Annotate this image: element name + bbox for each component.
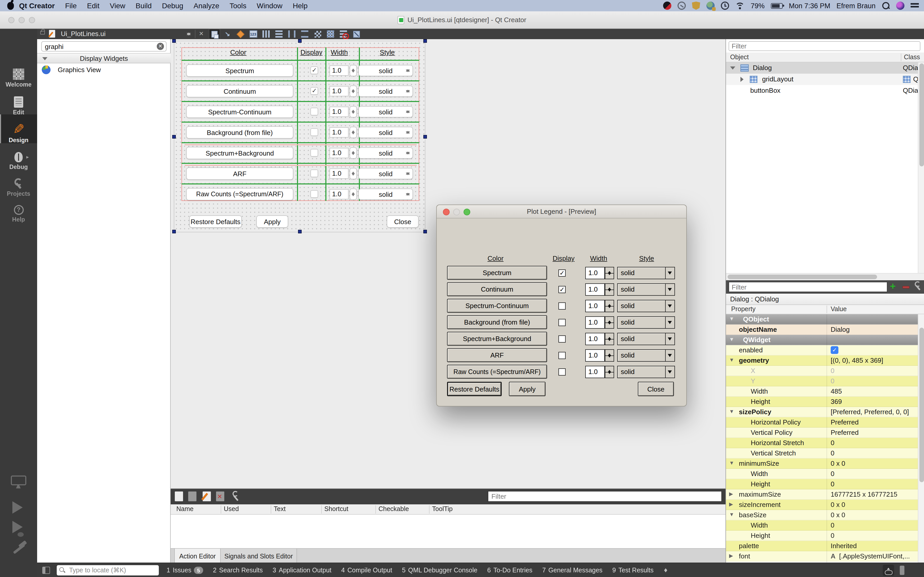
style-combobox[interactable]: solid [359,85,413,97]
selection-handle[interactable] [298,39,302,43]
layout-vertical-tool[interactable] [274,29,284,39]
widget-section-header[interactable]: Display Widgets [37,53,171,63]
property-column-header[interactable]: Property [731,306,756,313]
add-property-icon[interactable]: + [890,281,896,292]
color-button[interactable]: ARF [447,348,547,362]
combo-dropdown-icon[interactable] [665,317,674,328]
output-pane-toggle-icon[interactable] [883,565,894,576]
lock-icon[interactable] [40,31,45,34]
display-checkbox[interactable]: ✓ [559,269,565,277]
property-group-row[interactable]: ▼QObject [726,314,924,324]
width-stepper[interactable] [605,267,614,279]
menu-debug[interactable]: Debug [157,2,189,10]
selection-handle[interactable] [172,135,176,139]
selection-handle[interactable] [423,39,427,43]
notification-center-icon[interactable] [911,2,919,10]
layout-horizontal-tool[interactable] [261,29,271,39]
new-action-icon[interactable] [175,492,183,501]
mode-design[interactable]: ✎ Design [0,114,37,143]
spotlight-icon[interactable] [882,2,890,10]
object-row-gridlayout[interactable]: gridLayout Q [726,74,924,85]
sophos-icon[interactable] [663,2,671,10]
object-row-dialog[interactable]: Dialog QDialo [726,62,924,74]
wifi-icon[interactable] [735,2,745,9]
class-column-header[interactable]: Class [904,53,920,61]
property-filter-input[interactable] [729,282,887,292]
style-combobox[interactable]: solid [359,189,413,200]
menu-help[interactable]: Help [288,2,313,10]
style-combobox[interactable]: solid [359,106,413,118]
property-row[interactable]: ▼baseSize0 x 0 [726,510,924,521]
width-stepper[interactable] [350,127,357,138]
color-button[interactable]: Raw Counts (=Spectrum/ARF) [186,188,293,200]
width-stepper[interactable] [350,85,357,97]
property-row[interactable]: Horizontal Stretch0 [726,438,924,448]
edit-buddies-tool[interactable] [235,29,246,39]
property-row[interactable]: Vertical Stretch0 [726,448,924,459]
menu-tools[interactable]: Tools [224,2,251,10]
display-checkbox[interactable]: ✓ [310,87,318,95]
object-tree-scrollbar[interactable] [918,62,924,273]
time-machine-icon[interactable] [721,2,729,10]
selection-handle[interactable] [172,39,176,43]
width-spinbox[interactable]: 1.0 [585,333,605,345]
property-row[interactable]: ▶sizeIncrement0 x 0 [726,500,924,510]
menu-build[interactable]: Build [131,2,157,10]
style-combobox[interactable]: solid [617,333,675,345]
tab-action-editor[interactable]: Action Editor [174,549,221,564]
object-tree-hscrollbar[interactable] [726,273,924,280]
tab-signals-slots-editor[interactable]: Signals and Slots Editor [221,549,297,564]
menu-file[interactable]: File [60,2,82,10]
menu-clock[interactable]: Mon 7:36 PM [789,2,830,10]
keychain-icon[interactable] [677,2,686,10]
layout-splitter-horizontal-tool[interactable]: ↔ [287,29,297,39]
width-spinbox[interactable]: 1.0 [585,300,605,312]
color-button[interactable]: Background (from file) [447,315,547,329]
preview-zoom-button[interactable] [464,209,470,215]
property-row[interactable]: ▶fontA[.AppleSystemUIFont,... [726,551,924,562]
color-button[interactable]: Spectrum+Background [186,147,293,159]
document-tab-title[interactable]: Ui_PlotLines.ui [61,30,105,38]
kit-selector-icon[interactable] [11,475,26,485]
property-group-row[interactable]: ▼QWidget [726,335,924,345]
mode-help[interactable]: ? Help [0,196,37,222]
property-row[interactable]: Width0 [726,521,924,530]
adjust-size-tool[interactable] [351,29,362,39]
delete-action-icon[interactable]: ✕ [216,492,224,501]
selection-handle[interactable] [172,230,176,234]
preview-minimize-button[interactable] [453,209,460,215]
display-checkbox[interactable]: ✓ [559,335,565,343]
output-pane-application-output[interactable]: 3Application Output [273,567,331,574]
apply-button[interactable]: Apply [509,382,546,396]
user-name[interactable]: Efrem Braun [836,2,876,10]
document-selector-arrows[interactable] [186,31,191,38]
clear-filter-icon[interactable]: ✕ [157,43,164,50]
battery-icon[interactable] [771,3,783,8]
property-row[interactable]: Horizontal PolicyPreferred [726,417,924,427]
property-row[interactable]: Height0 [726,530,924,541]
run-button[interactable] [12,501,23,514]
close-window-button[interactable] [8,17,15,23]
locator-input[interactable]: Type to locate (⌘K) [57,565,159,575]
width-spinbox[interactable]: 1.0 [330,189,349,199]
selection-handle[interactable] [298,230,302,234]
col-name[interactable]: Name [176,505,194,513]
width-stepper[interactable] [350,189,357,200]
vpn-globe-icon[interactable] [706,2,715,10]
property-row[interactable]: ▼minimumSize0 x 0 [726,459,924,469]
width-stepper[interactable] [350,168,357,179]
mode-projects[interactable]: Projects [0,170,37,197]
display-checkbox[interactable]: ✓ [310,66,318,74]
layout-form-tool[interactable] [312,29,323,39]
color-button[interactable]: Background (from file) [186,126,293,139]
restore-defaults-button[interactable]: Restore Defaults [189,215,242,228]
col-checkable[interactable]: Checkable [378,505,409,513]
property-row[interactable]: Y0 [726,376,924,387]
edit-tab-order-tool[interactable]: 123 [248,29,258,39]
width-stepper[interactable] [605,316,614,329]
color-button[interactable]: Spectrum [186,64,293,77]
close-button[interactable]: Close [638,382,674,396]
output-pane-issues[interactable]: 1Issues5 [166,567,203,574]
width-stepper[interactable] [605,333,614,345]
menu-edit[interactable]: Edit [82,2,105,10]
